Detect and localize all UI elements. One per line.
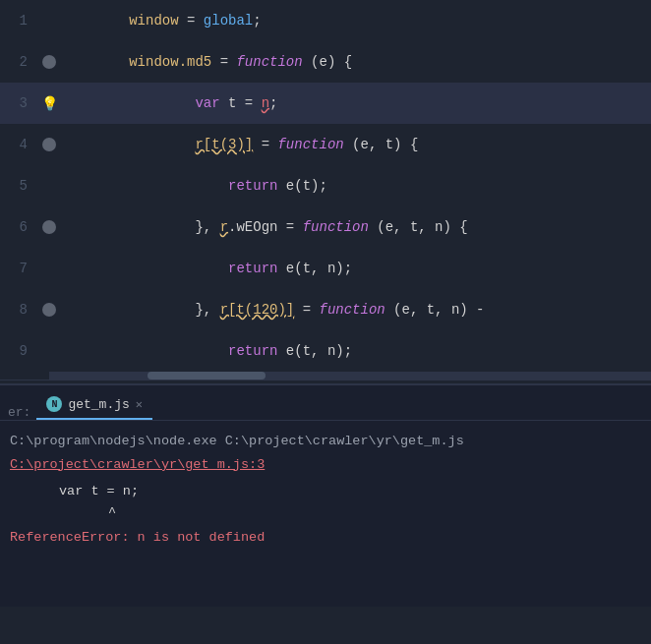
line-number-9: 9 xyxy=(0,343,39,359)
token: return xyxy=(228,343,277,359)
code-content-9: return e(t, n); xyxy=(59,289,651,383)
line-number-6: 6 xyxy=(0,219,39,235)
terminal-cmd-line: C:\program\nodejs\node.exe C:\project\cr… xyxy=(10,431,641,452)
code-lines: 1 window = global; 2 window.md5 = functi… xyxy=(0,0,651,372)
editor-area: 1 window = global; 2 window.md5 = functi… xyxy=(0,0,651,383)
token: e(t, n); xyxy=(277,343,352,359)
terminal-error-path[interactable]: C:\project\crawler\yr\get_m.js:3 xyxy=(10,454,641,476)
bulb-icon[interactable]: 💡 xyxy=(41,95,58,112)
gutter-4 xyxy=(39,138,59,151)
gutter-3: 💡 xyxy=(39,95,59,112)
terminal-tab-get-m-js[interactable]: N get_m.js ✕ xyxy=(36,390,152,420)
line-number-7: 7 xyxy=(0,261,39,276)
breakpoint-icon xyxy=(42,138,56,151)
line-number-3: 3 xyxy=(0,95,39,111)
gutter-6 xyxy=(39,220,59,234)
terminal-code-line: var t = n; xyxy=(10,481,641,502)
prev-tab-indicator: er: xyxy=(4,405,36,420)
line-number-5: 5 xyxy=(0,178,39,194)
terminal-area: er: N get_m.js ✕ C:\program\nodejs\node.… xyxy=(0,383,651,607)
line-number-1: 1 xyxy=(0,13,39,29)
terminal-content: C:\program\nodejs\node.exe C:\project\cr… xyxy=(0,421,651,558)
node-icon: N xyxy=(46,396,62,412)
terminal-tabs: er: N get_m.js ✕ xyxy=(0,385,651,421)
terminal-caret-line: ^ xyxy=(10,502,641,524)
breakpoint-icon xyxy=(42,55,56,69)
line-number-4: 4 xyxy=(0,137,39,152)
breakpoint-icon xyxy=(42,220,56,234)
tab-close-icon[interactable]: ✕ xyxy=(136,397,143,412)
line-number-2: 2 xyxy=(0,54,39,70)
terminal-error-type: ReferenceError: n is not defined xyxy=(10,527,641,549)
token xyxy=(129,343,228,359)
horizontal-scrollbar[interactable] xyxy=(49,372,651,380)
code-line-9: 9 return e(t, n); xyxy=(0,330,651,372)
line-number-8: 8 xyxy=(0,302,39,318)
scrollbar-thumb[interactable] xyxy=(148,372,266,380)
breakpoint-icon xyxy=(42,303,56,317)
gutter-2 xyxy=(39,55,59,69)
gutter-8 xyxy=(39,303,59,317)
tab-label: get_m.js xyxy=(68,397,129,412)
